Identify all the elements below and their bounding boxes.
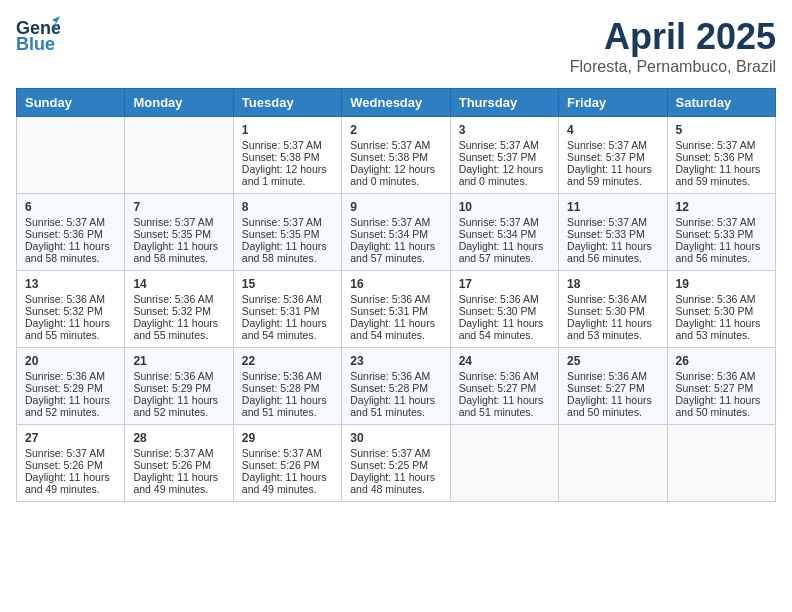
day-number: 7 <box>133 200 224 214</box>
day-number: 17 <box>459 277 550 291</box>
calendar-cell: 22Sunrise: 5:36 AMSunset: 5:28 PMDayligh… <box>233 348 341 425</box>
calendar-cell: 18Sunrise: 5:36 AMSunset: 5:30 PMDayligh… <box>559 271 667 348</box>
day-info: Daylight: 11 hours and 58 minutes. <box>25 240 116 264</box>
day-info: Daylight: 11 hours and 53 minutes. <box>676 317 767 341</box>
day-info: Sunrise: 5:36 AM <box>459 293 550 305</box>
day-info: Sunrise: 5:37 AM <box>25 447 116 459</box>
day-number: 28 <box>133 431 224 445</box>
calendar-cell: 21Sunrise: 5:36 AMSunset: 5:29 PMDayligh… <box>125 348 233 425</box>
weekday-header-thursday: Thursday <box>450 89 558 117</box>
day-info: Sunset: 5:37 PM <box>459 151 550 163</box>
day-number: 4 <box>567 123 658 137</box>
calendar-cell: 8Sunrise: 5:37 AMSunset: 5:35 PMDaylight… <box>233 194 341 271</box>
day-info: Sunset: 5:31 PM <box>350 305 441 317</box>
calendar-cell: 19Sunrise: 5:36 AMSunset: 5:30 PMDayligh… <box>667 271 775 348</box>
day-info: Daylight: 11 hours and 59 minutes. <box>676 163 767 187</box>
day-number: 30 <box>350 431 441 445</box>
day-info: Sunset: 5:29 PM <box>25 382 116 394</box>
calendar-cell: 7Sunrise: 5:37 AMSunset: 5:35 PMDaylight… <box>125 194 233 271</box>
calendar-cell: 10Sunrise: 5:37 AMSunset: 5:34 PMDayligh… <box>450 194 558 271</box>
day-info: Sunset: 5:34 PM <box>459 228 550 240</box>
day-info: Daylight: 11 hours and 51 minutes. <box>459 394 550 418</box>
day-info: Sunrise: 5:36 AM <box>242 370 333 382</box>
day-number: 9 <box>350 200 441 214</box>
day-info: Sunset: 5:37 PM <box>567 151 658 163</box>
calendar-cell: 29Sunrise: 5:37 AMSunset: 5:26 PMDayligh… <box>233 425 341 502</box>
calendar-cell: 24Sunrise: 5:36 AMSunset: 5:27 PMDayligh… <box>450 348 558 425</box>
calendar-cell: 12Sunrise: 5:37 AMSunset: 5:33 PMDayligh… <box>667 194 775 271</box>
calendar-week-row: 27Sunrise: 5:37 AMSunset: 5:26 PMDayligh… <box>17 425 776 502</box>
day-info: Sunset: 5:26 PM <box>25 459 116 471</box>
day-info: Daylight: 11 hours and 53 minutes. <box>567 317 658 341</box>
day-info: Sunrise: 5:37 AM <box>459 139 550 151</box>
day-number: 22 <box>242 354 333 368</box>
calendar-cell: 1Sunrise: 5:37 AMSunset: 5:38 PMDaylight… <box>233 117 341 194</box>
day-info: Sunset: 5:28 PM <box>350 382 441 394</box>
day-info: Sunset: 5:34 PM <box>350 228 441 240</box>
day-number: 11 <box>567 200 658 214</box>
calendar-cell: 28Sunrise: 5:37 AMSunset: 5:26 PMDayligh… <box>125 425 233 502</box>
day-number: 3 <box>459 123 550 137</box>
day-info: Sunrise: 5:37 AM <box>350 447 441 459</box>
day-info: Sunset: 5:27 PM <box>567 382 658 394</box>
calendar-cell: 26Sunrise: 5:36 AMSunset: 5:27 PMDayligh… <box>667 348 775 425</box>
day-info: Sunrise: 5:37 AM <box>25 216 116 228</box>
day-info: Sunrise: 5:37 AM <box>242 447 333 459</box>
day-info: Sunset: 5:36 PM <box>25 228 116 240</box>
day-info: Sunset: 5:30 PM <box>567 305 658 317</box>
calendar-cell: 14Sunrise: 5:36 AMSunset: 5:32 PMDayligh… <box>125 271 233 348</box>
day-info: Daylight: 11 hours and 52 minutes. <box>25 394 116 418</box>
calendar-cell: 5Sunrise: 5:37 AMSunset: 5:36 PMDaylight… <box>667 117 775 194</box>
day-info: Sunrise: 5:36 AM <box>25 293 116 305</box>
calendar-cell: 20Sunrise: 5:36 AMSunset: 5:29 PMDayligh… <box>17 348 125 425</box>
day-number: 26 <box>676 354 767 368</box>
day-info: Sunrise: 5:36 AM <box>242 293 333 305</box>
calendar-cell: 11Sunrise: 5:37 AMSunset: 5:33 PMDayligh… <box>559 194 667 271</box>
calendar-cell <box>17 117 125 194</box>
day-info: Sunset: 5:26 PM <box>242 459 333 471</box>
day-info: Daylight: 11 hours and 57 minutes. <box>350 240 441 264</box>
day-info: Sunrise: 5:36 AM <box>676 370 767 382</box>
day-info: Daylight: 12 hours and 0 minutes. <box>459 163 550 187</box>
day-number: 16 <box>350 277 441 291</box>
calendar-cell: 6Sunrise: 5:37 AMSunset: 5:36 PMDaylight… <box>17 194 125 271</box>
calendar-cell: 30Sunrise: 5:37 AMSunset: 5:25 PMDayligh… <box>342 425 450 502</box>
day-number: 14 <box>133 277 224 291</box>
day-info: Sunset: 5:29 PM <box>133 382 224 394</box>
day-info: Sunrise: 5:36 AM <box>459 370 550 382</box>
day-info: Daylight: 11 hours and 54 minutes. <box>242 317 333 341</box>
weekday-header-monday: Monday <box>125 89 233 117</box>
day-info: Daylight: 11 hours and 54 minutes. <box>350 317 441 341</box>
day-info: Sunset: 5:36 PM <box>676 151 767 163</box>
day-number: 24 <box>459 354 550 368</box>
day-info: Sunset: 5:32 PM <box>133 305 224 317</box>
day-number: 2 <box>350 123 441 137</box>
day-info: Sunset: 5:27 PM <box>676 382 767 394</box>
day-info: Sunrise: 5:36 AM <box>350 370 441 382</box>
calendar-cell: 23Sunrise: 5:36 AMSunset: 5:28 PMDayligh… <box>342 348 450 425</box>
day-number: 12 <box>676 200 767 214</box>
day-info: Sunset: 5:33 PM <box>676 228 767 240</box>
day-info: Sunset: 5:38 PM <box>242 151 333 163</box>
day-number: 29 <box>242 431 333 445</box>
day-info: Sunrise: 5:36 AM <box>350 293 441 305</box>
day-info: Sunset: 5:35 PM <box>242 228 333 240</box>
day-info: Sunrise: 5:36 AM <box>25 370 116 382</box>
day-info: Sunrise: 5:37 AM <box>133 216 224 228</box>
day-info: Sunset: 5:26 PM <box>133 459 224 471</box>
day-info: Sunrise: 5:37 AM <box>676 216 767 228</box>
calendar-cell: 15Sunrise: 5:36 AMSunset: 5:31 PMDayligh… <box>233 271 341 348</box>
day-number: 13 <box>25 277 116 291</box>
weekday-header-sunday: Sunday <box>17 89 125 117</box>
title-block: April 2025 Floresta, Pernambuco, Brazil <box>570 16 776 76</box>
day-info: Daylight: 11 hours and 50 minutes. <box>567 394 658 418</box>
calendar-week-row: 6Sunrise: 5:37 AMSunset: 5:36 PMDaylight… <box>17 194 776 271</box>
day-number: 23 <box>350 354 441 368</box>
day-info: Sunrise: 5:37 AM <box>242 139 333 151</box>
day-info: Sunrise: 5:36 AM <box>567 370 658 382</box>
day-info: Sunset: 5:27 PM <box>459 382 550 394</box>
location-subtitle: Floresta, Pernambuco, Brazil <box>570 58 776 76</box>
day-number: 1 <box>242 123 333 137</box>
calendar-cell <box>450 425 558 502</box>
calendar-cell <box>125 117 233 194</box>
